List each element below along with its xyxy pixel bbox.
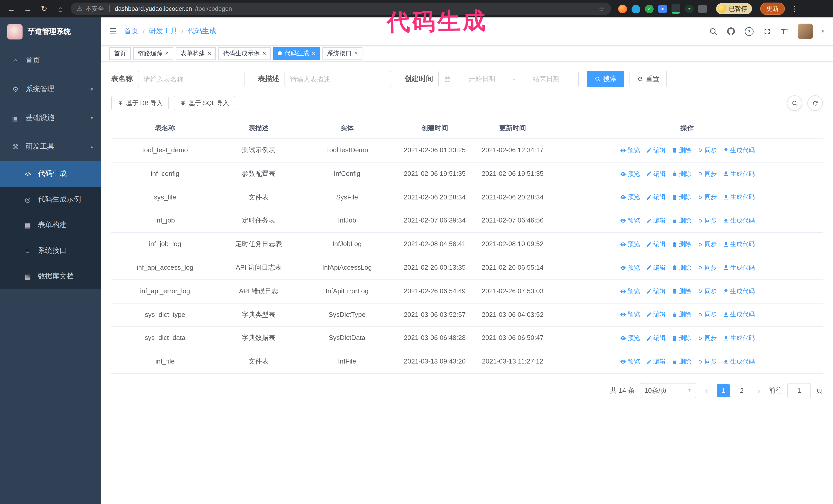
delete-link[interactable]: 删除 (671, 286, 691, 296)
import-db-button[interactable]: 基于 DB 导入 (111, 96, 169, 110)
edit-link[interactable]: 编辑 (646, 263, 666, 273)
generate-code-link[interactable]: 生成代码 (722, 239, 755, 249)
generate-code-link[interactable]: 生成代码 (722, 286, 755, 296)
tab[interactable]: 代码生成示例 × (218, 47, 271, 60)
sidebar-item-home[interactable]: ⌂ 首页 (0, 46, 101, 75)
sync-link[interactable]: 同步 (697, 146, 717, 155)
sidebar-item-form-builder[interactable]: ▤ 表单构建 (0, 212, 101, 238)
edit-link[interactable]: 编辑 (646, 169, 666, 179)
delete-link[interactable]: 删除 (671, 263, 691, 273)
tab-close-icon[interactable]: × (262, 50, 266, 56)
toggle-search-button[interactable] (787, 95, 802, 111)
next-page-icon[interactable]: › (754, 386, 764, 395)
delete-link[interactable]: 删除 (671, 310, 691, 320)
preview-link[interactable]: 预览 (619, 357, 640, 367)
tab-close-icon[interactable]: × (354, 50, 358, 56)
fullscreen-icon[interactable] (762, 26, 772, 37)
preview-link[interactable]: 预览 (619, 193, 640, 202)
tab[interactable]: 表单构建 × (176, 47, 216, 60)
preview-link[interactable]: 预览 (619, 169, 640, 179)
chrome-menu-icon[interactable]: ⋮ (791, 5, 798, 13)
edit-link[interactable]: 编辑 (646, 357, 666, 367)
sidebar-item-codegen[interactable]: </> 代码生成 (0, 161, 101, 187)
tab[interactable]: 链路追踪 × (133, 47, 173, 60)
tab[interactable]: 首页 (109, 47, 131, 60)
edit-link[interactable]: 编辑 (646, 286, 666, 296)
preview-link[interactable]: 预览 (619, 333, 640, 343)
sidebar-item-system[interactable]: ⚙ 系统管理 ▼ (0, 75, 101, 103)
generate-code-link[interactable]: 生成代码 (722, 310, 755, 320)
delete-link[interactable]: 删除 (671, 216, 691, 225)
delete-link[interactable]: 删除 (671, 333, 691, 343)
sync-link[interactable]: 同步 (697, 310, 717, 320)
extensions-puzzle-icon[interactable] (698, 4, 707, 13)
preview-link[interactable]: 预览 (619, 310, 640, 320)
tab[interactable]: 系统接口 × (323, 47, 362, 60)
preview-link[interactable]: 预览 (619, 146, 640, 155)
table-desc-input[interactable] (285, 71, 391, 87)
page-number[interactable]: 1 (717, 384, 730, 398)
generate-code-link[interactable]: 生成代码 (722, 169, 755, 179)
edit-link[interactable]: 编辑 (646, 216, 666, 225)
browser-home-icon[interactable]: ⌂ (54, 3, 67, 15)
sidebar-item-infrastructure[interactable]: ▣ 基础设施 ▼ (0, 103, 101, 132)
chrome-update-button[interactable]: 更新 (760, 3, 785, 15)
browser-reload-icon[interactable]: ↻ (38, 3, 50, 15)
breadcrumb-devtools[interactable]: 研发工具 (149, 27, 177, 36)
search-icon[interactable] (708, 26, 718, 37)
preview-link[interactable]: 预览 (619, 286, 640, 296)
extension-leaf-icon[interactable]: ❧ (685, 4, 694, 13)
preview-link[interactable]: 预览 (619, 263, 640, 273)
edit-link[interactable]: 编辑 (646, 146, 666, 155)
github-icon[interactable] (726, 26, 736, 37)
table-name-input[interactable] (138, 71, 244, 87)
page-size-select[interactable]: 10条/页 ▼ (640, 383, 696, 399)
sidebar-collapse-icon[interactable]: ☰ (109, 26, 117, 37)
profile-paused-chip[interactable]: 已暂停 (716, 3, 752, 14)
generate-code-link[interactable]: 生成代码 (722, 146, 755, 155)
sync-link[interactable]: 同步 (697, 333, 717, 343)
delete-link[interactable]: 删除 (671, 193, 691, 202)
user-avatar[interactable] (798, 24, 813, 39)
generate-code-link[interactable]: 生成代码 (722, 357, 755, 367)
generate-code-link[interactable]: 生成代码 (722, 193, 755, 202)
tab-close-icon[interactable]: × (165, 50, 169, 56)
generate-code-link[interactable]: 生成代码 (722, 333, 755, 343)
sync-link[interactable]: 同步 (697, 263, 717, 273)
edit-link[interactable]: 编辑 (646, 310, 666, 320)
prev-page-icon[interactable]: ‹ (701, 386, 712, 395)
delete-link[interactable]: 删除 (671, 239, 691, 249)
logo-row[interactable]: 芋道管理系统 (0, 18, 101, 46)
address-bar[interactable]: ⚠ 不安全 dashboard.yudao.iocoder.cn/tool/co… (71, 3, 611, 15)
extension-check-icon[interactable]: ✓ (645, 4, 653, 13)
browser-back-icon[interactable]: ← (5, 3, 18, 15)
refresh-table-button[interactable] (807, 95, 823, 111)
tab-close-icon[interactable]: × (312, 50, 315, 56)
bookmark-star-icon[interactable]: ☆ (599, 5, 605, 13)
sidebar-item-codegen-example[interactable]: ◎ 代码生成示例 (0, 187, 101, 212)
avatar-caret-icon[interactable]: ▼ (821, 29, 825, 33)
page-number[interactable]: 2 (735, 384, 748, 398)
edit-link[interactable]: 编辑 (646, 193, 666, 202)
breadcrumb-home[interactable]: 首页 (124, 27, 139, 36)
date-range-picker[interactable]: 开始日期 - 结束日期 (438, 71, 579, 87)
sidebar-item-system-api[interactable]: ≡ 系统接口 (0, 238, 101, 264)
browser-forward-icon[interactable]: → (22, 3, 34, 15)
search-button[interactable]: 搜索 (587, 71, 624, 87)
delete-link[interactable]: 删除 (671, 169, 691, 179)
goto-page-input[interactable] (787, 383, 811, 399)
sync-link[interactable]: 同步 (697, 239, 717, 249)
tab-close-icon[interactable]: × (208, 50, 211, 56)
delete-link[interactable]: 删除 (671, 357, 691, 367)
extension-chart-icon[interactable] (671, 4, 680, 14)
extension-people-icon[interactable]: ● (658, 4, 667, 13)
delete-link[interactable]: 删除 (671, 146, 691, 155)
sync-link[interactable]: 同步 (697, 286, 717, 296)
sync-link[interactable]: 同步 (697, 357, 717, 367)
reset-button[interactable]: 重置 (629, 71, 667, 87)
extension-fox-icon[interactable] (618, 4, 627, 13)
edit-link[interactable]: 编辑 (646, 333, 666, 343)
preview-link[interactable]: 预览 (619, 239, 640, 249)
generate-code-link[interactable]: 生成代码 (722, 263, 755, 273)
preview-link[interactable]: 预览 (619, 216, 640, 225)
